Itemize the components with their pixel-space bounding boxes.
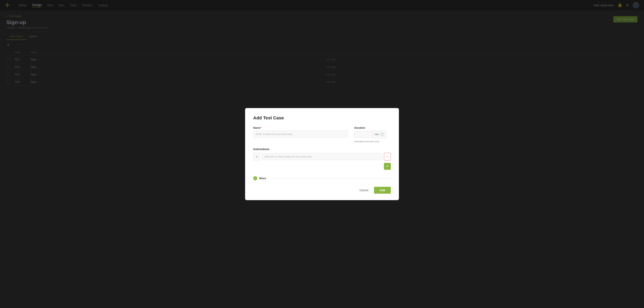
instructions-label: Instructions xyxy=(253,148,391,151)
required-marker: * xyxy=(260,126,261,129)
duration-form-group: Duration min 🕐 Estimated execution time. xyxy=(354,126,391,143)
name-form-group: Name* xyxy=(253,126,348,143)
form-top-row: Name* Duration min 🕐 Estimated execution… xyxy=(253,126,391,143)
instructions-section: Instructions ≡ − + xyxy=(253,148,391,170)
duration-unit: min 🕐 xyxy=(372,130,386,138)
duration-row: min 🕐 xyxy=(354,130,391,138)
more-expand-icon[interactable]: + xyxy=(253,176,257,180)
add-test-case-modal: Add Test Case Name* Duration min 🕐 xyxy=(245,108,399,200)
instruction-input[interactable] xyxy=(262,153,382,160)
more-divider xyxy=(268,178,391,178)
more-label[interactable]: More xyxy=(259,177,266,180)
add-step-button[interactable]: + xyxy=(384,163,391,170)
drag-handle[interactable]: ≡ xyxy=(253,153,260,160)
cancel-button[interactable]: Cancel xyxy=(357,187,371,194)
name-input[interactable] xyxy=(253,130,348,138)
instruction-row: ≡ − xyxy=(253,153,391,160)
duration-input[interactable] xyxy=(354,131,372,138)
estimated-text: Estimated execution time. xyxy=(354,140,391,143)
clock-icon: 🕐 xyxy=(380,132,384,136)
modal-overlay: Add Test Case Name* Duration min 🕐 xyxy=(0,0,644,308)
modal-footer: Cancel Add xyxy=(253,187,391,194)
duration-unit-label: min xyxy=(374,133,379,136)
more-section: + More xyxy=(253,173,391,180)
add-button[interactable]: Add xyxy=(374,187,391,194)
remove-step-button[interactable]: − xyxy=(384,153,391,160)
duration-label: Duration xyxy=(354,126,391,129)
modal-title: Add Test Case xyxy=(253,115,391,120)
name-label: Name* xyxy=(253,126,348,129)
